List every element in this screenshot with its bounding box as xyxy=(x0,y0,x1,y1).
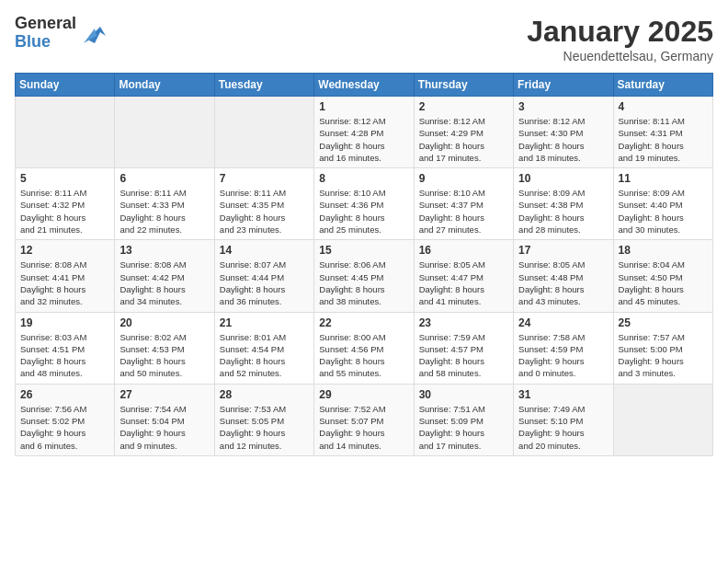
day-number: 9 xyxy=(419,172,508,185)
day-number: 8 xyxy=(319,172,408,185)
logo-general-text: General xyxy=(15,15,76,33)
day-info: Sunrise: 8:11 AM Sunset: 4:32 PM Dayligh… xyxy=(20,187,109,236)
day-info: Sunrise: 8:05 AM Sunset: 4:47 PM Dayligh… xyxy=(419,259,508,307)
day-info: Sunrise: 7:57 AM Sunset: 5:00 PM Dayligh… xyxy=(619,331,708,380)
day-info: Sunrise: 8:02 AM Sunset: 4:53 PM Dayligh… xyxy=(119,331,209,380)
day-number: 6 xyxy=(119,172,209,185)
calendar-cell xyxy=(16,97,115,168)
day-number: 29 xyxy=(319,388,408,401)
column-header-wednesday: Wednesday xyxy=(314,74,414,97)
day-number: 23 xyxy=(419,316,508,329)
calendar-header-row: SundayMondayTuesdayWednesdayThursdayFrid… xyxy=(16,74,713,97)
day-info: Sunrise: 7:49 AM Sunset: 5:10 PM Dayligh… xyxy=(518,403,608,452)
calendar-cell: 4Sunrise: 8:11 AM Sunset: 4:31 PM Daylig… xyxy=(613,97,712,168)
day-number: 2 xyxy=(419,100,508,113)
column-header-thursday: Thursday xyxy=(414,74,513,97)
day-number: 13 xyxy=(119,244,209,257)
title-block: January 2025 Neuendettelsau, Germany xyxy=(527,15,713,63)
calendar-cell: 14Sunrise: 8:07 AM Sunset: 4:44 PM Dayli… xyxy=(214,240,313,312)
calendar-week-row: 12Sunrise: 8:08 AM Sunset: 4:41 PM Dayli… xyxy=(16,240,713,312)
calendar-cell xyxy=(613,384,712,455)
calendar-cell: 23Sunrise: 7:59 AM Sunset: 4:57 PM Dayli… xyxy=(414,312,513,384)
calendar-cell: 19Sunrise: 8:03 AM Sunset: 4:51 PM Dayli… xyxy=(16,312,115,384)
calendar-cell: 16Sunrise: 8:05 AM Sunset: 4:47 PM Dayli… xyxy=(414,240,513,312)
calendar-week-row: 1Sunrise: 8:12 AM Sunset: 4:28 PM Daylig… xyxy=(16,97,713,168)
day-info: Sunrise: 8:08 AM Sunset: 4:41 PM Dayligh… xyxy=(20,259,109,307)
calendar-week-row: 26Sunrise: 7:56 AM Sunset: 5:02 PM Dayli… xyxy=(16,384,713,455)
day-info: Sunrise: 7:56 AM Sunset: 5:02 PM Dayligh… xyxy=(20,403,109,452)
day-info: Sunrise: 8:09 AM Sunset: 4:40 PM Dayligh… xyxy=(619,187,708,236)
day-number: 25 xyxy=(619,316,708,329)
day-number: 31 xyxy=(518,388,608,401)
day-number: 30 xyxy=(419,388,508,401)
day-info: Sunrise: 8:00 AM Sunset: 4:56 PM Dayligh… xyxy=(319,331,408,380)
day-info: Sunrise: 8:09 AM Sunset: 4:38 PM Dayligh… xyxy=(518,187,608,236)
month-title: January 2025 xyxy=(527,15,713,49)
day-info: Sunrise: 8:10 AM Sunset: 4:36 PM Dayligh… xyxy=(319,187,408,236)
day-info: Sunrise: 7:59 AM Sunset: 4:57 PM Dayligh… xyxy=(419,331,508,380)
calendar-cell: 10Sunrise: 8:09 AM Sunset: 4:38 PM Dayli… xyxy=(514,168,613,240)
column-header-sunday: Sunday xyxy=(16,74,115,97)
calendar-cell: 29Sunrise: 7:52 AM Sunset: 5:07 PM Dayli… xyxy=(314,384,414,455)
day-number: 27 xyxy=(119,388,209,401)
day-info: Sunrise: 8:11 AM Sunset: 4:33 PM Dayligh… xyxy=(119,187,209,236)
calendar-cell: 20Sunrise: 8:02 AM Sunset: 4:53 PM Dayli… xyxy=(115,312,214,384)
calendar-cell: 17Sunrise: 8:05 AM Sunset: 4:48 PM Dayli… xyxy=(514,240,613,312)
calendar-table: SundayMondayTuesdayWednesdayThursdayFrid… xyxy=(15,73,713,456)
calendar-cell: 12Sunrise: 8:08 AM Sunset: 4:41 PM Dayli… xyxy=(16,240,115,312)
calendar-cell: 28Sunrise: 7:53 AM Sunset: 5:05 PM Dayli… xyxy=(214,384,313,455)
day-info: Sunrise: 8:05 AM Sunset: 4:48 PM Dayligh… xyxy=(518,259,608,307)
calendar-cell xyxy=(115,97,214,168)
calendar-cell: 1Sunrise: 8:12 AM Sunset: 4:28 PM Daylig… xyxy=(314,97,414,168)
calendar-cell: 13Sunrise: 8:08 AM Sunset: 4:42 PM Dayli… xyxy=(115,240,214,312)
calendar-cell: 18Sunrise: 8:04 AM Sunset: 4:50 PM Dayli… xyxy=(613,240,712,312)
column-header-saturday: Saturday xyxy=(613,74,712,97)
day-number: 20 xyxy=(119,316,209,329)
day-info: Sunrise: 8:10 AM Sunset: 4:37 PM Dayligh… xyxy=(419,187,508,236)
column-header-friday: Friday xyxy=(514,74,613,97)
day-info: Sunrise: 8:07 AM Sunset: 4:44 PM Dayligh… xyxy=(220,259,309,307)
day-info: Sunrise: 8:04 AM Sunset: 4:50 PM Dayligh… xyxy=(619,259,708,307)
day-number: 1 xyxy=(319,100,408,113)
day-number: 5 xyxy=(20,172,109,185)
calendar-week-row: 5Sunrise: 8:11 AM Sunset: 4:32 PM Daylig… xyxy=(16,168,713,240)
calendar-cell: 7Sunrise: 8:11 AM Sunset: 4:35 PM Daylig… xyxy=(214,168,313,240)
day-number: 24 xyxy=(518,316,608,329)
calendar-cell: 15Sunrise: 8:06 AM Sunset: 4:45 PM Dayli… xyxy=(314,240,414,312)
calendar-cell: 27Sunrise: 7:54 AM Sunset: 5:04 PM Dayli… xyxy=(115,384,214,455)
day-number: 14 xyxy=(220,244,309,257)
day-info: Sunrise: 8:12 AM Sunset: 4:28 PM Dayligh… xyxy=(319,115,408,164)
calendar-cell: 3Sunrise: 8:12 AM Sunset: 4:30 PM Daylig… xyxy=(514,97,613,168)
location-text: Neuendettelsau, Germany xyxy=(527,49,713,63)
calendar-cell: 5Sunrise: 8:11 AM Sunset: 4:32 PM Daylig… xyxy=(16,168,115,240)
day-number: 7 xyxy=(220,172,309,185)
day-info: Sunrise: 8:12 AM Sunset: 4:29 PM Dayligh… xyxy=(419,115,508,164)
calendar-cell: 31Sunrise: 7:49 AM Sunset: 5:10 PM Dayli… xyxy=(514,384,613,455)
day-info: Sunrise: 8:08 AM Sunset: 4:42 PM Dayligh… xyxy=(119,259,209,307)
day-info: Sunrise: 8:06 AM Sunset: 4:45 PM Dayligh… xyxy=(319,259,408,307)
day-info: Sunrise: 8:11 AM Sunset: 4:35 PM Dayligh… xyxy=(220,187,309,236)
day-number: 3 xyxy=(518,100,608,113)
day-info: Sunrise: 7:58 AM Sunset: 4:59 PM Dayligh… xyxy=(518,331,608,380)
day-number: 19 xyxy=(20,316,109,329)
calendar-cell: 9Sunrise: 8:10 AM Sunset: 4:37 PM Daylig… xyxy=(414,168,513,240)
calendar-cell: 30Sunrise: 7:51 AM Sunset: 5:09 PM Dayli… xyxy=(414,384,513,455)
calendar-cell: 24Sunrise: 7:58 AM Sunset: 4:59 PM Dayli… xyxy=(514,312,613,384)
day-number: 17 xyxy=(518,244,608,257)
calendar-week-row: 19Sunrise: 8:03 AM Sunset: 4:51 PM Dayli… xyxy=(16,312,713,384)
day-number: 21 xyxy=(220,316,309,329)
day-number: 15 xyxy=(319,244,408,257)
day-number: 16 xyxy=(419,244,508,257)
logo: General Blue xyxy=(15,15,108,52)
day-number: 12 xyxy=(20,244,109,257)
calendar-cell: 11Sunrise: 8:09 AM Sunset: 4:40 PM Dayli… xyxy=(613,168,712,240)
calendar-cell: 25Sunrise: 7:57 AM Sunset: 5:00 PM Dayli… xyxy=(613,312,712,384)
calendar-cell: 8Sunrise: 8:10 AM Sunset: 4:36 PM Daylig… xyxy=(314,168,414,240)
day-info: Sunrise: 7:54 AM Sunset: 5:04 PM Dayligh… xyxy=(119,403,209,452)
day-number: 10 xyxy=(518,172,608,185)
day-number: 11 xyxy=(619,172,708,185)
logo-blue-text: Blue xyxy=(15,33,76,52)
day-info: Sunrise: 8:12 AM Sunset: 4:30 PM Dayligh… xyxy=(518,115,608,164)
day-number: 28 xyxy=(220,388,309,401)
page-header: General Blue January 2025 Neuendettelsau… xyxy=(15,15,713,63)
